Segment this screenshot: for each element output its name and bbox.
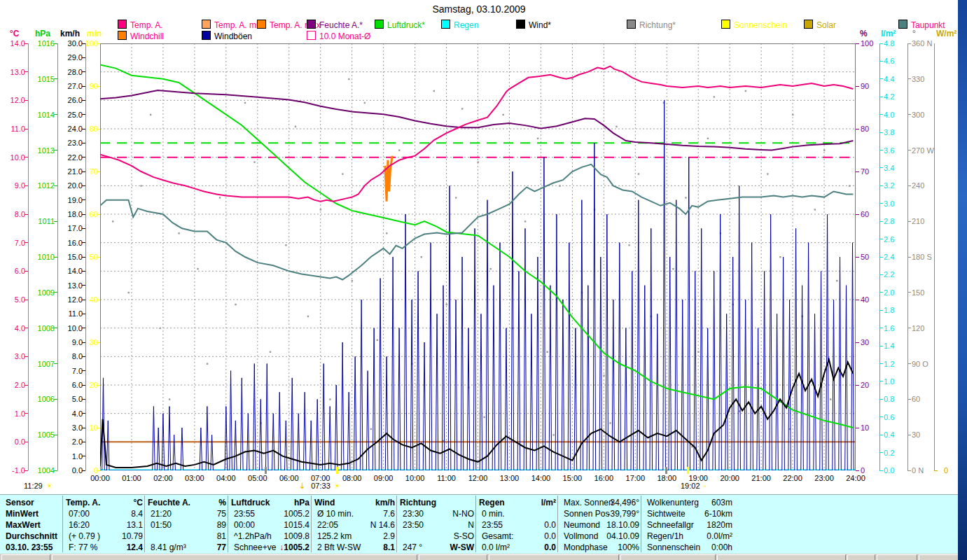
wind-direction-dot bbox=[197, 268, 198, 270]
x-axis-label: 09:00 bbox=[374, 474, 394, 482]
legend-swatch-icon bbox=[516, 20, 525, 29]
misc-value: 6-10km bbox=[644, 509, 732, 519]
lm2-axis-label: 3.0 bbox=[884, 200, 894, 208]
sun-icon: ☀ bbox=[46, 482, 53, 490]
x-axis-label: 17:00 bbox=[626, 474, 646, 482]
pct-axis-tick bbox=[856, 86, 859, 87]
luftdruck-value: 1009.8 bbox=[231, 531, 309, 541]
legend-label: Temp. A. bbox=[130, 20, 163, 30]
deg-axis-label: 60 bbox=[912, 396, 920, 403]
deg-axis-tick bbox=[907, 257, 911, 258]
lm2-axis-tick bbox=[879, 399, 883, 400]
lm2-axis-label: 0.2 bbox=[884, 449, 894, 457]
x-axis-label: 10:00 bbox=[405, 474, 425, 482]
axis-unit-1: hPa bbox=[35, 29, 50, 38]
richtung-value: N bbox=[400, 520, 474, 530]
temp-unit: °C bbox=[66, 498, 143, 507]
legend-swatch-icon bbox=[627, 20, 636, 29]
pct-axis-tick bbox=[856, 470, 859, 471]
lm2-axis-label: 3.4 bbox=[884, 164, 894, 172]
deg-axis-tick bbox=[907, 150, 911, 150]
pct-axis-tick bbox=[856, 257, 859, 258]
lm2-axis-label: 4.8 bbox=[884, 40, 894, 48]
status-bar bbox=[0, 554, 967, 560]
wind-direction-dot bbox=[370, 428, 372, 430]
min-axis-label: 10 bbox=[0, 424, 98, 432]
pct-axis-tick bbox=[856, 428, 859, 428]
lm2-axis-label: 2.2 bbox=[884, 271, 894, 279]
legend-label: Solar bbox=[816, 20, 836, 30]
kmh-axis-label: 14.0 bbox=[0, 267, 83, 275]
richtung-value: N-NO bbox=[400, 509, 474, 519]
wind-direction-dot bbox=[707, 138, 709, 139]
lm2-axis-tick bbox=[879, 381, 883, 382]
lm2-axis-tick bbox=[879, 363, 883, 364]
legend-item-solar: Solar bbox=[804, 20, 836, 29]
axis-unit-6: ° bbox=[912, 29, 916, 38]
astro-value: 04.10.09 bbox=[561, 531, 639, 541]
deg-axis-tick bbox=[907, 470, 911, 471]
kmh-axis-label: 29.0 bbox=[0, 54, 83, 62]
wind-direction-dot bbox=[307, 316, 309, 317]
wind-direction-dot bbox=[714, 96, 715, 97]
row-label: Sensor bbox=[6, 498, 62, 507]
sunset-tick bbox=[687, 467, 689, 474]
legend-swatch-icon bbox=[118, 31, 127, 40]
deg-axis-tick bbox=[907, 78, 911, 79]
legend-swatch-icon bbox=[202, 31, 211, 40]
deg-axis-label: 150 bbox=[912, 289, 924, 297]
kmh-axis-label: 4.0 bbox=[0, 410, 83, 418]
lm2-axis-label: 4.6 bbox=[884, 57, 894, 65]
legend-label: Luftdruck* bbox=[387, 20, 425, 30]
kmh-axis-label: 11.0 bbox=[0, 310, 83, 318]
regen-value: 0.0 bbox=[479, 531, 556, 541]
lm2-axis-label: 4.0 bbox=[884, 111, 894, 119]
feuchte-value: 89 bbox=[148, 520, 226, 530]
astro-value: 18.10.09 bbox=[561, 520, 639, 530]
astro-value: 100% bbox=[561, 542, 639, 552]
wind-direction-dot bbox=[830, 398, 831, 400]
wind-direction-dot bbox=[112, 220, 113, 222]
lm2-axis-tick bbox=[879, 470, 883, 471]
luftdruck-value: 1015.4 bbox=[231, 520, 309, 530]
sun-icon: ☀ bbox=[334, 482, 341, 490]
regen-label: 0 min. bbox=[482, 509, 505, 519]
series-temp bbox=[100, 66, 853, 202]
twilight-evening-tick bbox=[665, 467, 667, 474]
wind-direction-dot bbox=[207, 363, 208, 365]
wind-direction-dot bbox=[433, 90, 435, 92]
x-axis-label: 02:00 bbox=[153, 474, 173, 482]
pct-axis-label: 30 bbox=[861, 339, 869, 346]
richtung-value: W-SW bbox=[400, 542, 474, 552]
min-axis-label: 70 bbox=[0, 168, 98, 176]
wind-direction-dot bbox=[615, 126, 617, 127]
x-axis-label: 18:00 bbox=[657, 474, 676, 482]
lm2-axis-tick bbox=[879, 328, 883, 328]
deg-axis-tick bbox=[907, 435, 911, 435]
deg-axis-label: 360 N bbox=[912, 40, 932, 48]
twilight-morning-tick bbox=[265, 467, 267, 474]
pct-axis-tick bbox=[856, 342, 859, 343]
legend-label: 10.0 Monat-Ø bbox=[319, 31, 370, 41]
wind-direction-dot bbox=[348, 78, 349, 80]
desktop-edge-strip bbox=[958, 0, 967, 560]
wind-direction-dot bbox=[270, 351, 271, 353]
luftdruck-unit: hPa bbox=[231, 498, 309, 507]
legend-swatch-icon bbox=[898, 20, 907, 29]
legend-swatch-icon bbox=[307, 20, 316, 29]
series-windchill bbox=[385, 156, 392, 202]
lm2-axis-tick bbox=[879, 239, 883, 239]
wind-direction-dot bbox=[478, 161, 479, 162]
lm2-axis-tick bbox=[879, 452, 883, 453]
legend-label: Richtung* bbox=[639, 20, 676, 30]
pct-axis-tick bbox=[856, 214, 859, 215]
wind-value: N 14.6 bbox=[314, 520, 395, 530]
x-axis-label: 20:00 bbox=[720, 474, 739, 482]
legend-label: Wind* bbox=[529, 20, 551, 30]
temp-value: 13.1 bbox=[66, 520, 143, 530]
legend-swatch-icon bbox=[375, 20, 384, 29]
misc-value: 603m bbox=[644, 498, 732, 507]
wind-direction-dot bbox=[609, 422, 611, 424]
legend-item-sonnenschein: Sonnenschein bbox=[721, 20, 787, 29]
x-axis-label: 05:00 bbox=[248, 474, 267, 482]
